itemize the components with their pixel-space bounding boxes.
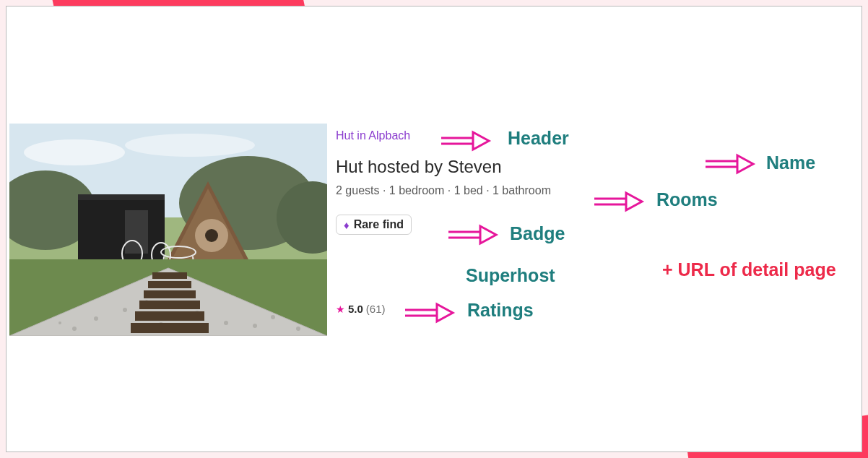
rating-value: 5.0	[348, 303, 363, 315]
listing-photo	[9, 124, 327, 336]
arrow-icon	[440, 131, 490, 154]
badge-label: Rare find	[354, 218, 404, 231]
arrow-icon	[404, 303, 454, 326]
svg-point-28	[123, 308, 127, 312]
svg-rect-38	[152, 272, 187, 279]
svg-rect-43	[131, 323, 209, 333]
svg-point-35	[271, 315, 275, 319]
rating-count: (61)	[366, 303, 386, 315]
svg-point-32	[253, 324, 257, 328]
arrow-icon	[593, 191, 643, 215]
svg-point-13	[205, 229, 218, 242]
svg-point-36	[58, 321, 61, 324]
svg-marker-49	[737, 155, 753, 173]
svg-marker-46	[473, 132, 489, 150]
svg-rect-42	[135, 311, 204, 321]
svg-rect-8	[78, 194, 165, 200]
listing-header-link[interactable]: Hut in Alpbach	[336, 129, 410, 142]
star-icon: ★	[336, 303, 345, 315]
diamond-icon: ♦	[344, 219, 350, 231]
rare-find-badge: ♦ Rare find	[336, 215, 412, 235]
listing-info: Hut in Alpbach Hut hosted by Steven 2 gu…	[336, 129, 551, 315]
svg-rect-39	[148, 281, 191, 288]
svg-rect-41	[139, 301, 200, 309]
annotation-name: Name	[766, 152, 815, 173]
svg-rect-9	[125, 210, 148, 254]
svg-marker-55	[480, 226, 496, 243]
annotation-rooms: Rooms	[656, 189, 718, 210]
content-frame: Hut in Alpbach Hut hosted by Steven 2 gu…	[6, 6, 862, 452]
listing-rooms: 2 guests · 1 bedroom · 1 bed · 1 bathroo…	[336, 184, 551, 197]
annotation-ratings: Ratings	[467, 300, 534, 321]
annotation-superhost: Superhost	[466, 265, 555, 286]
annotation-header: Header	[508, 128, 569, 149]
listing-name: Hut hosted by Steven	[336, 157, 551, 177]
svg-rect-40	[144, 290, 196, 298]
svg-point-2	[125, 134, 255, 157]
svg-point-27	[94, 316, 98, 321]
arrow-icon	[447, 225, 498, 248]
annotation-badge: Badge	[510, 223, 565, 244]
svg-marker-52	[626, 193, 642, 210]
svg-point-31	[224, 321, 228, 325]
svg-point-37	[296, 327, 300, 331]
svg-point-33	[72, 327, 77, 331]
svg-marker-58	[437, 304, 453, 321]
annotation-url-note: + URL of detail page	[662, 259, 836, 280]
svg-point-1	[24, 139, 125, 165]
arrow-icon	[704, 154, 755, 177]
